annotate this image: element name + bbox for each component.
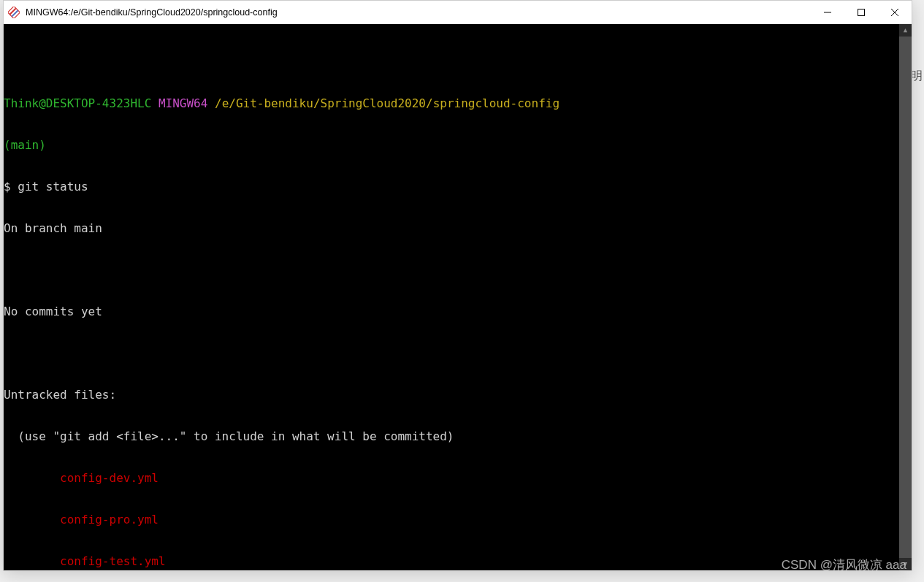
minimize-button[interactable] xyxy=(811,1,844,23)
terminal-window: MINGW64:/e/Git-bendiku/SpringCloud2020/s… xyxy=(3,0,912,571)
command-line: $ git status xyxy=(4,180,912,194)
maximize-button[interactable] xyxy=(844,1,878,23)
titlebar[interactable]: MINGW64:/e/Git-bendiku/SpringCloud2020/s… xyxy=(4,1,912,24)
svg-rect-0 xyxy=(8,7,20,18)
background-fragment: 明 xyxy=(911,69,923,84)
window-title: MINGW64:/e/Git-bendiku/SpringCloud2020/s… xyxy=(26,7,811,18)
scrollbar-thumb[interactable] xyxy=(899,37,912,558)
output-line: On branch main xyxy=(4,221,912,235)
untracked-file: config-pro.yml xyxy=(4,513,912,527)
app-icon xyxy=(8,7,20,18)
untracked-file: config-test.yml xyxy=(4,554,912,568)
terminal-body[interactable]: Think@DESKTOP-4323HLC MINGW64 /e/Git-ben… xyxy=(4,24,912,570)
scroll-up-icon[interactable]: ▲ xyxy=(899,24,912,37)
prompt-line: Think@DESKTOP-4323HLC MINGW64 /e/Git-ben… xyxy=(4,96,912,110)
window-controls xyxy=(811,1,912,23)
output-line: (use "git add <file>..." to include in w… xyxy=(4,429,912,443)
output-line: Untracked files: xyxy=(4,388,912,402)
terminal-line xyxy=(4,263,912,277)
untracked-file: config-dev.yml xyxy=(4,471,912,485)
scrollbar[interactable]: ▲ ▼ xyxy=(899,24,912,570)
svg-rect-4 xyxy=(858,9,865,15)
close-button[interactable] xyxy=(878,1,912,23)
branch-line: (main) xyxy=(4,138,912,152)
terminal-line xyxy=(4,346,912,360)
output-line: No commits yet xyxy=(4,305,912,318)
terminal-line xyxy=(4,55,912,69)
scroll-down-icon[interactable]: ▼ xyxy=(899,558,912,570)
